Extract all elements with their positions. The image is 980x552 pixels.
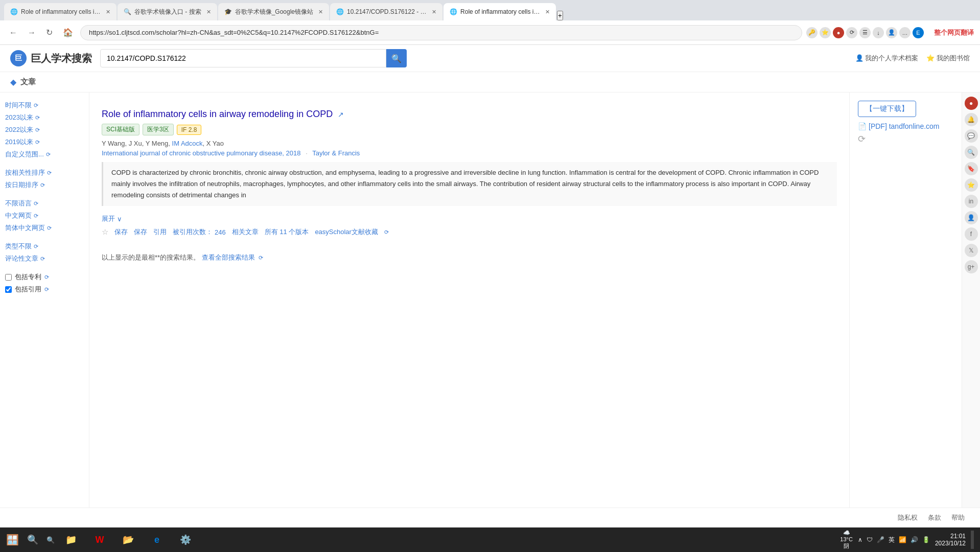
save-action-2[interactable]: 保存 [134,227,147,237]
footer-terms-link[interactable]: 条款 [928,513,941,522]
related-action[interactable]: 相关文章 [232,227,259,237]
my-library-link[interactable]: ⭐ 我的图书馆 [926,54,970,63]
view-all-results-link[interactable]: 查看全部搜索结果 [202,254,255,261]
taskbar-app-wps[interactable]: W [87,532,112,548]
spin-icon-lang-0: ⟳ [34,200,38,207]
social-icon-1[interactable]: ● [965,97,978,110]
social-icon-linkedin[interactable]: in [965,195,978,208]
ext-icon-red[interactable]: ● [833,27,844,38]
taskbar-search-button[interactable]: 🔍 [23,532,42,547]
sidebar-lang-section: 不限语言 ⟳ 中文网页 ⟳ 简体中文网页 ⟳ [5,199,84,233]
tray-ime-label[interactable]: 英 [889,536,895,544]
ext-icon-download[interactable]: ↓ [873,27,884,38]
footer-privacy-link[interactable]: 隐私权 [898,513,918,522]
sidebar-type-review[interactable]: 评论性文章 ⟳ [5,254,84,263]
refresh-button[interactable]: ↻ [43,26,56,39]
taskbar-app-tool[interactable]: ⚙️ [173,532,198,548]
sidebar-time-2022[interactable]: 2022以来 ⟳ [5,125,84,134]
ext-icon-1[interactable]: 🔑 [806,27,818,38]
ext-icon-sidebar[interactable]: ☰ [859,27,871,38]
weather-info: ☁️ 13°C 阴 [840,530,853,550]
tab-5-close[interactable]: ✕ [545,9,550,15]
sidebar-time-custom[interactable]: 自定义范围... ⟳ [5,150,84,159]
cite-count-action[interactable]: 被引用次数：246 [173,227,226,237]
spin-icon-citation: ⟳ [44,286,49,293]
tab-2-icon: 🔍 [124,8,131,15]
tray-antivirus-icon[interactable]: 🛡 [867,536,873,543]
address-input[interactable] [80,25,802,40]
sidebar-lang-chinese[interactable]: 中文网页 ⟳ [5,211,84,220]
checkbox-patent[interactable]: 包括专利 ⟳ [5,272,84,282]
clock[interactable]: 21:01 2023/10/12 [935,533,966,547]
social-icon-fb[interactable]: f [965,227,978,241]
taskbar-app-folder[interactable]: 📁 [59,532,83,548]
abstract-text: COPD is characterized by chronic bronchi… [111,169,819,199]
home-button[interactable]: 🏠 [60,26,76,39]
tab-3-close[interactable]: ✕ [318,9,323,15]
show-desktop-button[interactable] [971,531,974,549]
taskbar-app-file[interactable]: 📂 [116,532,141,548]
sidebar-time-2019[interactable]: 2019以来 ⟳ [5,137,84,147]
tab-3[interactable]: 🎓 谷歌学术镜像_Google镜像站 ✕ [218,3,329,20]
tab-1-close[interactable]: ✕ [106,9,110,15]
tab-5[interactable]: 🌐 Role of inflammatory cells in air... ✕ [444,3,556,20]
save-action[interactable]: 保存 [114,227,128,237]
ext-icon-bookmark[interactable]: ⭐ [820,27,831,38]
ext-icon-user[interactable]: 👤 [886,27,897,38]
sidebar-sort-relevance[interactable]: 按相关性排序 ⟳ [5,168,84,177]
checkbox-citation[interactable]: 包括引用 ⟳ [5,285,84,294]
sidebar-time-2023[interactable]: 2023以来 ⟳ [5,113,84,122]
taskbar-app-edge[interactable]: e [145,532,169,548]
sidebar-sort-date[interactable]: 按日期排序 ⟳ [5,180,84,190]
versions-action[interactable]: 所有 11 个版本 [265,227,309,237]
one-click-download-button[interactable]: 【一键下载】 [858,101,916,117]
social-icon-wechat[interactable]: 💬 [965,129,978,143]
social-icon-twitter[interactable]: 𝕏 [965,244,978,257]
my-profile-link[interactable]: 👤 我的个人学术档案 [855,54,919,63]
expand-button[interactable]: 展开 ∨ [102,214,122,223]
tray-mic-icon[interactable]: 🎤 [877,536,884,543]
translate-button[interactable]: 整个网页翻译 [934,28,974,37]
tray-sound-icon[interactable]: 🔊 [911,536,918,543]
tab-2[interactable]: 🔍 谷歌学术镜像入口 - 搜索 ✕ [118,3,217,20]
tab-4-close[interactable]: ✕ [432,9,436,15]
pdf-download-link[interactable]: 📄 [PDF] tandfonline.com [858,122,953,130]
tray-battery-icon[interactable]: 🔋 [922,536,930,543]
sidebar-lang-simplified[interactable]: 简体中文网页 ⟳ [5,223,84,233]
social-icon-star2[interactable]: ⭐ [965,178,978,192]
new-tab-button[interactable]: + [557,11,563,20]
author-adcock-link[interactable]: IM Adcock [172,140,203,147]
tab-5-icon: 🌐 [450,8,457,15]
tab-1[interactable]: 🌐 Role of inflammatory cells in air... ✕ [4,3,116,20]
sidebar-lang-all[interactable]: 不限语言 ⟳ [5,199,84,208]
sidebar-time-unlimited[interactable]: 时间不限 ⟳ [5,101,84,110]
forward-button[interactable]: → [25,26,39,39]
ext-icon-more[interactable]: … [899,27,911,38]
tray-up-icon[interactable]: ∧ [858,536,862,543]
social-icon-person[interactable]: 👤 [965,211,978,224]
publisher-link[interactable]: Taylor & Francis [312,149,360,157]
search-button[interactable]: 🔍 [386,49,407,67]
quote-action[interactable]: 引用 [153,227,167,237]
checkbox-patent-input[interactable] [5,274,12,281]
social-icon-bookmark2[interactable]: 🔖 [965,162,978,175]
ext-icon-edge[interactable]: E [913,27,924,38]
easyscolar-action[interactable]: easyScholar文献收藏 [315,227,378,237]
social-icon-2[interactable]: 🔔 [965,113,978,126]
footer-help-link[interactable]: 帮助 [951,513,965,522]
tray-wifi-icon[interactable]: 📶 [899,536,906,543]
search-input[interactable] [100,49,386,67]
results-area: Role of inflammatory cells in airway rem… [89,93,849,508]
social-icon-search[interactable]: 🔍 [965,146,978,159]
back-button[interactable]: ← [6,26,20,39]
tab-2-close[interactable]: ✕ [206,9,211,15]
journal-link[interactable]: International journal of chronic obstruc… [102,149,301,157]
sidebar-type-all[interactable]: 类型不限 ⟳ [5,242,84,251]
checkbox-citation-input[interactable] [5,286,12,293]
social-icon-gplus[interactable]: g+ [965,260,978,273]
paper-title-link[interactable]: Role of inflammatory cells in airway rem… [102,109,333,119]
action-star-icon[interactable]: ☆ [102,227,108,237]
ext-icon-refresh2[interactable]: ⟳ [846,27,857,38]
tab-4[interactable]: 🌐 10.2147/COPD.S176122 - Googl... ✕ [330,3,442,20]
windows-start-button[interactable]: 🪟 [6,534,19,546]
